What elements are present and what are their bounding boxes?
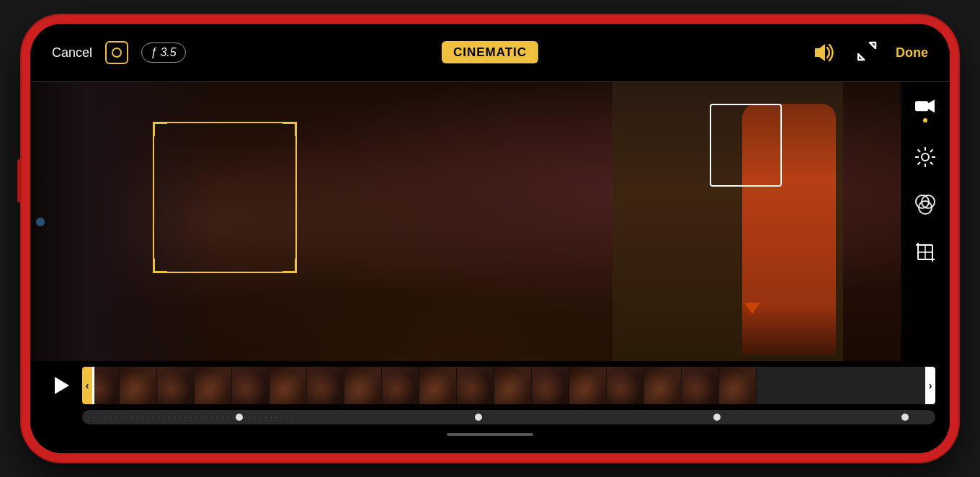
volume-icon[interactable] xyxy=(812,42,838,63)
crop-sidebar-icon[interactable] xyxy=(912,239,938,265)
triangle-indicator xyxy=(744,303,760,314)
focus-box-secondary[interactable] xyxy=(710,104,782,187)
video-frame[interactable] xyxy=(30,82,901,361)
svg-line-12 xyxy=(930,150,933,153)
film-frame xyxy=(607,367,644,404)
video-camera-sidebar-icon[interactable] xyxy=(912,97,938,122)
phone-screen: Cancel ƒ 3.5 CINEMATIC xyxy=(30,24,950,453)
right-sidebar xyxy=(901,82,950,361)
film-frames xyxy=(82,367,935,404)
flowers-decoration xyxy=(829,97,894,190)
active-dot xyxy=(923,118,927,122)
bottom-controls: · · · · · · · · · · · · · · · · · · · · … xyxy=(30,361,950,453)
film-frame xyxy=(157,367,195,404)
timeline-marker xyxy=(475,414,482,421)
phone-frame: Cancel ƒ 3.5 CINEMATIC xyxy=(22,15,958,462)
film-frame xyxy=(419,367,457,404)
film-frame xyxy=(232,367,270,404)
film-frame xyxy=(382,367,419,404)
timeline-track[interactable]: · · · · · · · · · · · · · · · · · · · · … xyxy=(82,410,935,424)
film-frame xyxy=(719,367,757,404)
svg-line-10 xyxy=(918,150,921,153)
color-mix-sidebar-icon[interactable] xyxy=(912,192,938,218)
film-frame xyxy=(307,367,344,404)
svg-marker-4 xyxy=(928,99,935,112)
timeline-dots: · · · · · · · · · · · · · · · · · · · · … xyxy=(82,410,935,424)
timeline-dots-row[interactable]: · · · · · · · · · · · · · · · · · · · · … xyxy=(30,410,950,424)
timeline-marker xyxy=(901,414,909,421)
filmstrip-playhead xyxy=(92,367,94,404)
video-area xyxy=(30,82,950,361)
film-frame xyxy=(344,367,382,404)
camera-dot xyxy=(36,218,45,226)
side-button[interactable] xyxy=(17,159,22,202)
svg-marker-20 xyxy=(55,377,69,394)
film-frame xyxy=(120,367,157,404)
toolbar-right: Done xyxy=(770,40,928,66)
film-frame xyxy=(457,367,494,404)
timeline-marker xyxy=(236,414,243,421)
filmstrip-right-bracket[interactable] xyxy=(925,367,935,404)
aperture-badge[interactable]: ƒ 3.5 xyxy=(141,43,186,63)
home-bar xyxy=(447,433,533,436)
adjust-sidebar-icon[interactable] xyxy=(912,144,938,170)
film-frame xyxy=(569,367,607,404)
timeline-marker xyxy=(713,414,721,421)
film-frame xyxy=(270,367,307,404)
film-frame xyxy=(195,367,232,404)
film-frame xyxy=(644,367,682,404)
filmstrip-row xyxy=(30,367,950,404)
svg-point-5 xyxy=(922,153,929,161)
film-frame xyxy=(532,367,569,404)
focus-reticle-icon[interactable] xyxy=(105,41,128,64)
svg-line-13 xyxy=(918,162,921,165)
home-indicator xyxy=(30,430,950,442)
focus-box-primary[interactable] xyxy=(153,122,297,273)
svg-marker-0 xyxy=(815,44,825,61)
cancel-button[interactable]: Cancel xyxy=(52,45,92,61)
cinematic-mode-badge[interactable]: CINEMATIC xyxy=(442,45,538,60)
expand-icon[interactable] xyxy=(855,40,878,66)
filmstrip[interactable] xyxy=(82,367,935,404)
film-frame xyxy=(494,367,532,404)
done-button[interactable]: Done xyxy=(896,45,928,61)
svg-line-11 xyxy=(930,162,933,165)
svg-rect-3 xyxy=(915,101,928,111)
play-button[interactable] xyxy=(45,370,76,401)
toolbar-left: Cancel ƒ 3.5 xyxy=(52,41,210,64)
filmstrip-left-bracket[interactable] xyxy=(82,367,92,404)
film-frame xyxy=(682,367,719,404)
toolbar: Cancel ƒ 3.5 CINEMATIC xyxy=(30,24,950,81)
